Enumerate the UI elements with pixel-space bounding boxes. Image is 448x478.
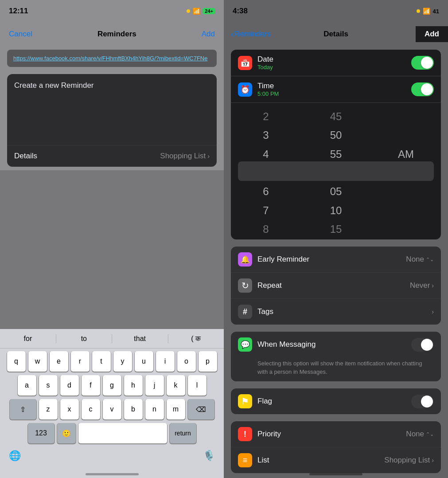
key-shift[interactable]: ⇧ xyxy=(10,399,36,419)
messaging-icon: 💬 xyxy=(238,337,252,352)
add-button-left[interactable]: Add xyxy=(202,30,215,39)
tags-chevron-icon: › xyxy=(432,308,434,315)
picker-min-00: 00 xyxy=(301,164,371,182)
suggestion-that[interactable]: that xyxy=(112,335,168,343)
key-p[interactable]: p xyxy=(199,351,217,372)
status-dot-right xyxy=(417,9,420,13)
suggestion-ka[interactable]: ( क xyxy=(168,335,224,343)
key-u[interactable]: u xyxy=(135,351,153,372)
date-row[interactable]: 📅 Date Today xyxy=(231,50,441,76)
picker-min-05: 05 xyxy=(301,182,371,201)
key-123[interactable]: 123 xyxy=(28,423,55,443)
key-i[interactable]: i xyxy=(156,351,175,372)
picker-hour-2: 2 xyxy=(231,107,301,126)
picker-hours-col: 2 3 4 5 6 7 8 xyxy=(231,107,301,239)
status-bar-left: 12:11 📶 24+ xyxy=(0,0,224,22)
key-e[interactable]: e xyxy=(50,351,68,372)
nav-title-right: Details xyxy=(323,30,348,39)
picker-min-55: 55 xyxy=(301,145,371,164)
battery-left: 24+ xyxy=(203,8,215,14)
home-indicator-left xyxy=(86,473,139,475)
time-left: ⏰ Time 5:00 PM xyxy=(238,82,279,97)
home-indicator-right xyxy=(309,473,362,475)
key-x[interactable]: x xyxy=(60,399,79,419)
key-a[interactable]: a xyxy=(18,375,36,396)
key-t[interactable]: t xyxy=(92,351,111,372)
status-bar-right: 4:38 📶 41 xyxy=(224,0,448,22)
repeat-value: Never › xyxy=(410,281,434,290)
chevron-right-icon: › xyxy=(207,153,210,160)
key-s[interactable]: s xyxy=(39,375,58,396)
keyboard-rows: q w e r t y u i o p a s d f g h j k l xyxy=(0,349,224,443)
picker-hour-8: 8 xyxy=(231,220,301,239)
priority-icon: ! xyxy=(238,427,252,441)
nav-bar-left: Cancel Reminders Add xyxy=(0,22,224,46)
tags-row[interactable]: # Tags › xyxy=(231,299,441,325)
time-value: 5:00 PM xyxy=(257,90,279,97)
repeat-row[interactable]: ↻ Repeat Never › xyxy=(231,273,441,299)
picker-min-15: 15 xyxy=(301,220,371,239)
key-z[interactable]: z xyxy=(39,399,58,419)
suggestion-for[interactable]: for xyxy=(0,335,56,343)
repeat-label: Repeat xyxy=(257,281,405,290)
key-emoji[interactable]: 🙂 xyxy=(57,423,76,443)
reminder-input-area[interactable]: Create a new Reminder xyxy=(7,74,217,145)
key-m[interactable]: m xyxy=(167,399,185,419)
mic-icon[interactable]: 🎙️ xyxy=(203,450,215,462)
back-button[interactable]: ‹ Reminders xyxy=(231,30,271,39)
key-f[interactable]: f xyxy=(82,375,100,396)
picker-hour-5: 5 xyxy=(231,164,301,182)
key-b[interactable]: b xyxy=(124,399,143,419)
list-row[interactable]: ≡ List Shopping List › xyxy=(231,447,441,473)
suggestion-to[interactable]: to xyxy=(56,335,112,343)
time-row[interactable]: ⏰ Time 5:00 PM xyxy=(231,76,441,103)
wifi-icon-left: 📶 xyxy=(193,8,200,15)
flag-row[interactable]: ⚑ Flag xyxy=(231,388,441,414)
key-q[interactable]: q xyxy=(7,351,26,372)
picker-ampm-col: AM PM xyxy=(371,107,441,239)
shopping-list-value[interactable]: Shopping List › xyxy=(160,152,210,161)
add-button-right[interactable]: Add xyxy=(416,26,448,42)
url-bar: https://www.facebook.com/share/v/FHhmftB… xyxy=(7,50,217,67)
flag-icon: ⚑ xyxy=(238,394,252,408)
flag-toggle[interactable] xyxy=(411,395,434,408)
url-text[interactable]: https://www.facebook.com/share/v/FHhmftB… xyxy=(13,55,207,62)
date-icon: 📅 xyxy=(238,56,252,70)
time-label-group: Time 5:00 PM xyxy=(257,82,279,97)
key-v[interactable]: v xyxy=(103,399,121,419)
date-label-group: Date Today xyxy=(257,55,273,71)
early-reminder-row[interactable]: 🔔 Early Reminder None ⌃⌄ xyxy=(231,247,441,273)
globe-icon[interactable]: 🌐 xyxy=(9,450,21,462)
key-k[interactable]: k xyxy=(167,375,185,396)
key-y[interactable]: y xyxy=(113,351,132,372)
key-return[interactable]: return xyxy=(170,423,196,443)
cancel-button[interactable]: Cancel xyxy=(9,30,32,39)
status-icons-left: 📶 24+ xyxy=(187,8,215,15)
details-label: Details xyxy=(14,152,37,161)
picker-minutes-col: 45 50 55 00 05 10 15 xyxy=(301,107,371,239)
key-d[interactable]: d xyxy=(60,375,79,396)
back-label: Reminders xyxy=(234,30,271,39)
list-icon: ≡ xyxy=(238,453,252,467)
reminder-card: Create a new Reminder Details Shopping L… xyxy=(7,74,217,167)
key-o[interactable]: o xyxy=(177,351,196,372)
time-toggle[interactable] xyxy=(411,82,434,96)
priority-row[interactable]: ! Priority None ⌃⌄ xyxy=(231,421,441,447)
key-h[interactable]: h xyxy=(124,375,143,396)
key-backspace[interactable]: ⌫ xyxy=(188,399,214,419)
key-n[interactable]: n xyxy=(145,399,164,419)
time-picker[interactable]: 2 3 4 5 6 7 8 45 50 55 00 05 10 15 xyxy=(231,103,441,239)
key-c[interactable]: c xyxy=(82,399,100,419)
key-space[interactable] xyxy=(78,423,167,443)
key-r[interactable]: r xyxy=(71,351,90,372)
messaging-toggle[interactable] xyxy=(411,338,434,352)
key-g[interactable]: g xyxy=(103,375,121,396)
date-toggle[interactable] xyxy=(411,56,434,70)
reminder-details-row[interactable]: Details Shopping List › xyxy=(7,145,217,167)
picker-min-45: 45 xyxy=(301,107,371,126)
picker-columns: 2 3 4 5 6 7 8 45 50 55 00 05 10 15 xyxy=(231,105,441,239)
key-j[interactable]: j xyxy=(145,375,164,396)
key-w[interactable]: w xyxy=(28,351,47,372)
key-l[interactable]: l xyxy=(188,375,206,396)
messaging-row[interactable]: 💬 When Messaging xyxy=(231,332,441,357)
